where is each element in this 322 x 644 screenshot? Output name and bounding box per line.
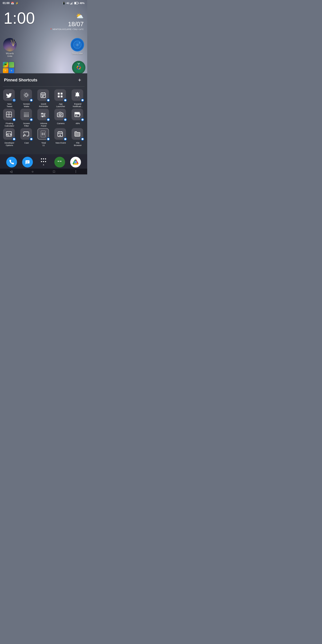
- shortcut-file-browser[interactable]: FileBrowser: [70, 128, 86, 147]
- weather-icon: ⛅: [50, 12, 84, 20]
- quick-reminder-icon-wrap: [37, 89, 50, 102]
- svg-text:÷: ÷: [10, 112, 11, 114]
- wizards-unite-icon: [3, 38, 16, 52]
- svg-rect-0: [70, 4, 71, 4]
- app-shortcutter[interactable]: ⚙ Shortcutter: [69, 38, 86, 58]
- svg-text:−: −: [10, 115, 11, 117]
- app-launcher-icon-wrap: [54, 89, 67, 102]
- nav-home-button[interactable]: ○: [32, 170, 34, 173]
- location-line: 📍 NEWTON AYCLIFFE • THU • 14°C: [50, 28, 84, 30]
- wizards-unite-label: WizardsUnite: [6, 52, 14, 58]
- svg-line-9: [13, 40, 16, 46]
- floating-calc-badge: [12, 118, 16, 122]
- svg-point-69: [41, 113, 43, 114]
- svg-point-81: [23, 136, 24, 137]
- svg-text:": ": [58, 160, 60, 164]
- shortcut-floating-calc[interactable]: × ÷ + − FloatingCalculator: [1, 109, 18, 127]
- app-folder[interactable]: 🗺 G 🚆: [2, 61, 15, 74]
- new-event-label: New Event: [56, 142, 66, 144]
- svg-line-10: [10, 42, 13, 46]
- app-macos[interactable]: [72, 61, 86, 74]
- camera-label: Camera: [57, 122, 64, 124]
- screen-filter-icon-wrap: [20, 109, 33, 121]
- shortcut-quick-reminder[interactable]: QuickReminder: [36, 89, 52, 108]
- app-launcher-label: AppLauncher: [56, 103, 65, 108]
- svg-point-99: [75, 162, 76, 163]
- signal-icon: [70, 2, 73, 4]
- nav-back-button[interactable]: ◁: [10, 170, 12, 173]
- shortcut-volume-panel[interactable]: VolumePanel: [36, 109, 52, 127]
- svg-point-27: [78, 66, 80, 69]
- shortcut-new-tweet[interactable]: NewTweet: [1, 89, 18, 108]
- file-browser-label: FileBrowser: [74, 142, 82, 147]
- svg-point-61: [25, 115, 26, 116]
- screen-filter-badge: [29, 118, 33, 122]
- svg-point-55: [28, 112, 28, 113]
- battery-pct-icon-wrap: 49: [72, 109, 84, 121]
- floating-calc-icon-wrap: × ÷ + −: [3, 109, 16, 121]
- svg-rect-37: [42, 96, 44, 97]
- svg-point-62: [26, 115, 27, 116]
- svg-point-31: [24, 93, 28, 98]
- svg-text:49: 49: [75, 115, 77, 117]
- shortcut-developer-options[interactable]: DeveloperOptions: [1, 128, 18, 147]
- svg-text:": ": [60, 160, 62, 164]
- cast-badge: [29, 137, 33, 141]
- nav-recents-button[interactable]: □: [53, 170, 55, 173]
- svg-point-60: [24, 115, 25, 116]
- shortcut-cast[interactable]: Cast: [18, 128, 34, 147]
- shortcut-new-event[interactable]: New Event: [52, 128, 69, 147]
- battery-pct-badge: [80, 118, 84, 122]
- svg-rect-41: [61, 96, 62, 97]
- shortcut-screen-filter[interactable]: ScreenFilter: [18, 109, 34, 127]
- shortcut-total-11[interactable]: Total11: [36, 128, 52, 147]
- svg-line-80: [8, 133, 9, 136]
- clock-area: 1:00 ⛅ 18/07 📍 NEWTON AYCLIFFE • THU • 1…: [0, 8, 87, 28]
- expand-notif-icon-wrap: [72, 89, 84, 102]
- app-wizards-unite[interactable]: WizardsUnite: [2, 38, 18, 58]
- home-icons-row1: WizardsUnite ⚙ Shortcutter: [0, 38, 87, 58]
- cast-icon-wrap: [20, 128, 33, 141]
- dock-chrome-button[interactable]: [70, 157, 81, 168]
- shortcut-expand-notif[interactable]: ExpandNotificati...: [70, 89, 86, 108]
- nav-more-button[interactable]: ⋮: [74, 170, 77, 173]
- pinned-shortcuts-title: Pinned Shortcuts: [4, 78, 37, 82]
- dot1: [41, 158, 42, 160]
- battery-icon: [74, 2, 79, 4]
- quick-reminder-badge: [46, 98, 50, 102]
- screen-wake-badge: [29, 98, 33, 102]
- shortcut-app-launcher[interactable]: AppLauncher: [52, 89, 69, 108]
- svg-line-7: [11, 40, 13, 46]
- svg-rect-38: [58, 93, 60, 94]
- add-shortcut-button[interactable]: +: [76, 76, 83, 84]
- app-launcher-badge: [63, 98, 67, 102]
- svg-text:+: +: [7, 115, 8, 117]
- svg-text:×: ×: [7, 112, 8, 114]
- svg-point-65: [25, 116, 26, 117]
- shortcut-battery-percent[interactable]: 49 49%: [70, 109, 86, 127]
- dock-phone-button[interactable]: [6, 157, 17, 168]
- svg-line-11: [13, 42, 16, 46]
- shortcut-screen-wake[interactable]: ScreenWake: [18, 89, 34, 108]
- dock-icons-row: ∧ " ": [0, 154, 87, 169]
- dock-messages-button[interactable]: [22, 157, 33, 168]
- file-browser-badge: [80, 137, 84, 141]
- status-bar: 01:00 📅 ⚡ 📳 4G 49%: [0, 0, 87, 6]
- dock-app-drawer-button[interactable]: ∧: [38, 157, 49, 168]
- svg-line-43: [75, 92, 76, 93]
- svg-point-67: [28, 116, 28, 117]
- macos-icon: [72, 61, 86, 74]
- green-mini: [9, 62, 14, 68]
- expand-notif-label: ExpandNotificati...: [73, 103, 83, 108]
- shortcut-camera[interactable]: Camera: [52, 109, 69, 127]
- dot6: [45, 161, 46, 162]
- dot5: [43, 161, 44, 162]
- battery-percent: 49%: [80, 2, 84, 4]
- dock-quotes-button[interactable]: " ": [54, 157, 65, 168]
- new-tweet-label: NewTweet: [7, 103, 12, 108]
- shortcutter-icon: ⚙: [71, 38, 84, 52]
- svg-rect-77: [75, 112, 79, 114]
- battery-pct-label: 49%: [76, 122, 80, 124]
- vibrate-icon: 📳: [62, 2, 66, 5]
- cast-label: Cast: [24, 142, 29, 144]
